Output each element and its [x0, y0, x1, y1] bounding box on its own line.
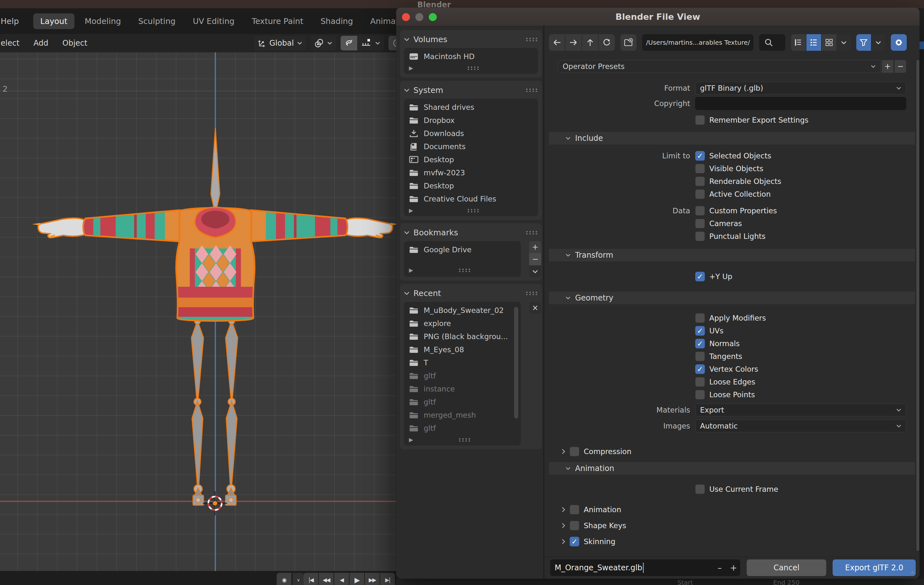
copyright-input[interactable]: [695, 97, 906, 110]
animation-sub-toggle[interactable]: ✓ Animation: [558, 503, 906, 516]
card-grip[interactable]: [458, 438, 471, 442]
record-button[interactable]: ◉: [277, 573, 291, 585]
autokey-control[interactable]: ◉ ∨: [277, 573, 304, 585]
filename-input[interactable]: M_Orange_Sweater.glb – +: [550, 559, 740, 576]
menu-add[interactable]: Add: [33, 39, 48, 48]
animation-checkbox[interactable]: ✓: [570, 505, 579, 514]
expand-triangle-icon[interactable]: ▶: [409, 267, 413, 274]
pivot-point-dropdown[interactable]: [310, 36, 336, 51]
vertex-colors-checkbox[interactable]: ✓: [695, 364, 705, 374]
selected-objects-checkbox[interactable]: ✓: [695, 151, 705, 161]
use-current-frame-checkbox[interactable]: ✓: [695, 484, 705, 494]
system-item-shared-drives[interactable]: Shared drives: [404, 101, 538, 114]
settings-scrollbar[interactable]: [916, 59, 919, 552]
filter-options-chevron-icon[interactable]: [871, 34, 885, 51]
system-header[interactable]: System: [404, 84, 538, 96]
display-vertical-list-button[interactable]: [791, 34, 806, 51]
expand-triangle-icon[interactable]: ▶: [409, 207, 413, 214]
system-item-mvfw-2023[interactable]: mvfw-2023: [404, 166, 538, 179]
prev-frame-button[interactable]: ◀: [334, 573, 349, 585]
file-path-input[interactable]: /Users/martins...arables Texture/: [642, 34, 753, 51]
menu-select-partial[interactable]: elect: [1, 39, 20, 48]
tangents-checkbox[interactable]: ✓: [695, 351, 705, 361]
create-new-directory-button[interactable]: [620, 34, 637, 51]
recent-item[interactable]: merged_mesh: [404, 409, 521, 422]
card-grip[interactable]: [467, 66, 480, 70]
snap-toggle-button[interactable]: [341, 36, 357, 51]
refresh-button[interactable]: [599, 34, 615, 51]
compression-section-toggle[interactable]: ✓ Compression: [558, 445, 906, 458]
menu-object[interactable]: Object: [62, 39, 87, 48]
format-dropdown[interactable]: glTF Binary (.glb): [695, 82, 906, 94]
system-item-downloads[interactable]: Downloads: [404, 127, 538, 140]
loose-points-checkbox[interactable]: ✓: [695, 390, 705, 399]
remember-export-settings-checkbox[interactable]: ✓: [695, 115, 705, 125]
panel-grip[interactable]: [525, 291, 538, 295]
system-item-desktop[interactable]: Desktop: [404, 153, 538, 166]
remove-preset-button[interactable]: −: [894, 60, 906, 73]
operator-presets-dropdown[interactable]: Operator Presets: [558, 60, 881, 73]
play-button[interactable]: ▶: [350, 573, 364, 585]
card-grip[interactable]: [458, 268, 471, 272]
bookmark-options-chevron-icon[interactable]: [529, 265, 541, 277]
expand-triangle-icon[interactable]: ▶: [409, 65, 413, 71]
clear-recent-button[interactable]: ×: [529, 302, 541, 314]
y-up-checkbox[interactable]: ✓: [695, 272, 705, 281]
bookmarks-header[interactable]: Bookmarks: [404, 226, 538, 239]
punctual-lights-checkbox[interactable]: ✓: [695, 232, 705, 241]
uvs-checkbox[interactable]: ✓: [695, 326, 705, 336]
shape-keys-toggle[interactable]: ✓ Shape Keys: [558, 519, 906, 532]
compression-checkbox[interactable]: ✓: [570, 447, 579, 456]
transform-section-header[interactable]: Transform: [549, 249, 915, 262]
tab-uv-editing[interactable]: UV Editing: [186, 13, 241, 29]
recent-item[interactable]: gltf: [404, 395, 521, 409]
recent-scrollbar[interactable]: [514, 307, 518, 419]
transform-orientation-dropdown[interactable]: Global: [254, 36, 306, 51]
filter-button[interactable]: [856, 34, 871, 51]
shape-keys-checkbox[interactable]: ✓: [570, 521, 579, 531]
record-options-chevron-icon[interactable]: ∨: [293, 573, 304, 585]
recent-item[interactable]: explore: [404, 317, 521, 330]
export-gltf-button[interactable]: Export glTF 2.0: [833, 559, 916, 576]
recent-item[interactable]: instance: [404, 382, 521, 395]
remove-bookmark-button[interactable]: −: [529, 253, 541, 265]
custom-properties-checkbox[interactable]: ✓: [695, 206, 705, 216]
snap-target-dropdown[interactable]: [357, 36, 384, 51]
tab-modeling[interactable]: Modeling: [78, 13, 128, 29]
jump-to-start-button[interactable]: |◀: [304, 573, 318, 585]
cancel-button[interactable]: Cancel: [747, 559, 827, 576]
minimize-window-button[interactable]: [415, 13, 423, 21]
menu-help[interactable]: Help: [1, 16, 26, 26]
apply-modifiers-checkbox[interactable]: ✓: [695, 313, 705, 323]
recent-item[interactable]: M_Eyes_08: [404, 343, 521, 356]
include-section-header[interactable]: Include: [549, 132, 915, 145]
volume-item-macintosh-hd[interactable]: Macintosh HD: [404, 50, 538, 63]
tab-layout[interactable]: Layout: [33, 13, 74, 29]
dialog-titlebar[interactable]: Blender File View: [396, 8, 919, 26]
search-input[interactable]: [759, 34, 785, 51]
back-button[interactable]: [549, 34, 565, 51]
next-keyframe-button[interactable]: ▶▶: [365, 573, 380, 585]
visible-objects-checkbox[interactable]: ✓: [695, 164, 705, 173]
prev-keyframe-button[interactable]: ◀◀: [319, 573, 333, 585]
skinning-toggle[interactable]: ✓ Skinning: [558, 535, 906, 548]
recent-header[interactable]: Recent: [404, 287, 538, 299]
card-grip[interactable]: [467, 209, 480, 213]
geometry-section-header[interactable]: Geometry: [549, 291, 915, 305]
cameras-checkbox[interactable]: ✓: [695, 219, 705, 228]
recent-item[interactable]: gltf: [404, 422, 521, 435]
tab-shading[interactable]: Shading: [314, 13, 360, 29]
sidebar-divider[interactable]: [543, 26, 544, 578]
expand-triangle-icon[interactable]: ▶: [409, 437, 413, 443]
filename-increment-button[interactable]: +: [730, 563, 737, 573]
tab-sculpting[interactable]: Sculpting: [131, 13, 183, 29]
zoom-window-button[interactable]: [429, 13, 437, 21]
close-window-button[interactable]: [402, 13, 410, 21]
forward-button[interactable]: [566, 34, 581, 51]
renderable-objects-checkbox[interactable]: ✓: [695, 176, 705, 186]
system-item-documents[interactable]: Documents: [404, 140, 538, 153]
add-bookmark-button[interactable]: +: [529, 241, 541, 253]
system-item-creative-cloud-files[interactable]: Creative Cloud Files: [404, 192, 538, 205]
recent-item[interactable]: T: [404, 356, 521, 369]
loose-edges-checkbox[interactable]: ✓: [695, 377, 705, 387]
